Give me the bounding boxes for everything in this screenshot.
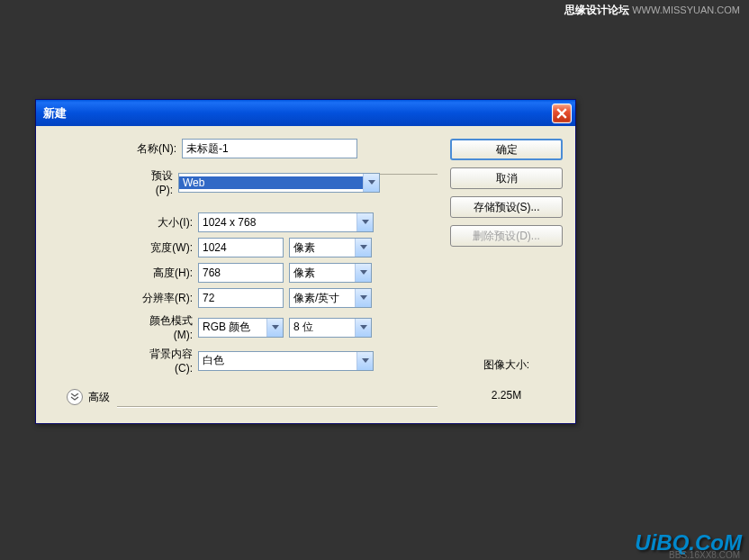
colormode-dropdown[interactable]: RGB 颜色	[198, 318, 284, 338]
colormode-label: 颜色模式(M):	[137, 313, 198, 341]
height-label: 高度(H):	[137, 266, 198, 281]
watermark-sub: BBS.16XX8.COM	[669, 550, 740, 560]
chevron-down-icon	[363, 174, 379, 192]
background-dropdown[interactable]: 白色	[198, 351, 374, 371]
preset-dropdown[interactable]: Web	[178, 173, 380, 193]
name-input[interactable]	[182, 139, 357, 158]
close-icon	[556, 108, 567, 119]
watermark-top: 思缘设计论坛 WWW.MISSYUAN.COM	[564, 3, 740, 18]
image-size-label: 图像大小:	[450, 357, 563, 373]
resolution-unit-dropdown[interactable]: 像素/英寸	[289, 288, 372, 308]
chevron-down-icon	[355, 289, 371, 307]
chevron-down-icon	[266, 319, 283, 337]
chevrons-down-icon	[70, 393, 79, 401]
chevron-down-icon	[355, 239, 371, 257]
height-unit-dropdown[interactable]: 像素	[289, 263, 372, 283]
size-dropdown[interactable]: 1024 x 768	[198, 212, 374, 232]
width-label: 宽度(W):	[137, 240, 198, 256]
close-button[interactable]	[552, 104, 572, 123]
ok-button[interactable]: 确定	[450, 139, 563, 160]
titlebar[interactable]: 新建	[36, 100, 575, 126]
background-label: 背景内容(C):	[137, 347, 198, 375]
save-preset-button[interactable]: 存储预设(S)...	[450, 196, 563, 218]
chevron-down-icon	[356, 213, 373, 231]
preset-label: 预设(P):	[49, 168, 178, 196]
bitdepth-dropdown[interactable]: 8 位	[289, 318, 372, 338]
advanced-toggle[interactable]	[67, 389, 83, 405]
name-label: 名称(N):	[49, 141, 182, 157]
delete-preset-button: 删除预设(D)...	[450, 225, 563, 247]
chevron-down-icon	[355, 264, 371, 282]
chevron-down-icon	[355, 319, 371, 337]
advanced-label: 高级	[88, 390, 110, 405]
chevron-down-icon	[356, 352, 373, 370]
width-input[interactable]	[198, 238, 284, 257]
resolution-input[interactable]	[198, 288, 284, 308]
image-size-value: 2.25M	[450, 389, 563, 402]
cancel-button[interactable]: 取消	[450, 167, 563, 189]
titlebar-text: 新建	[43, 105, 552, 122]
height-input[interactable]	[198, 263, 284, 283]
size-label: 大小(I):	[137, 215, 198, 230]
resolution-label: 分辨率(R):	[137, 291, 198, 306]
width-unit-dropdown[interactable]: 像素	[289, 238, 372, 257]
new-document-dialog: 新建 名称(N): 预设(P): Web	[35, 99, 576, 424]
